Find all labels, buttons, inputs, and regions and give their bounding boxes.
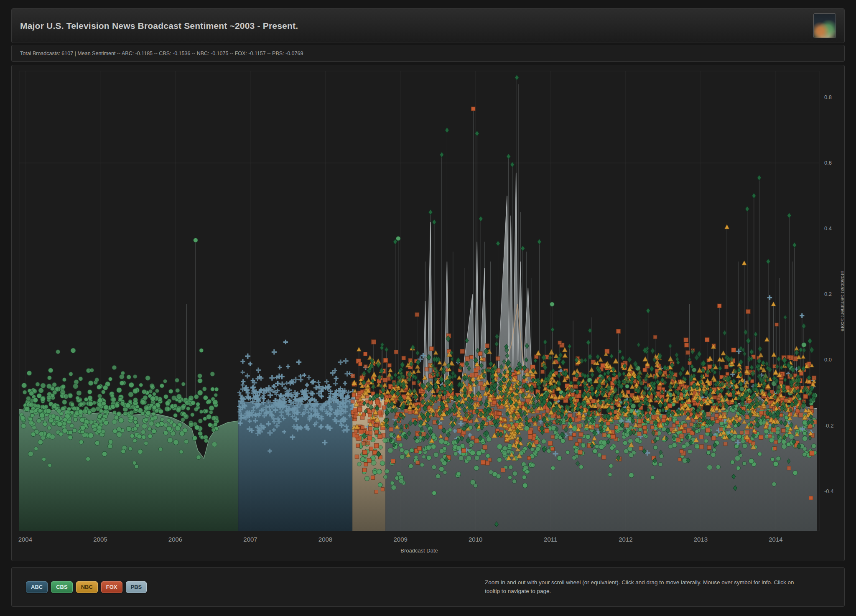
svg-text:0.4: 0.4 — [824, 225, 832, 232]
svg-text:2008: 2008 — [318, 536, 332, 543]
sentiment-scatter-chart[interactable]: 2004200520062007200820092010201120122013… — [12, 65, 844, 561]
svg-text:2014: 2014 — [769, 536, 782, 543]
svg-text:2012: 2012 — [619, 536, 632, 543]
outlier-stems — [186, 78, 810, 400]
y-axis-title: Broadcast Sentiment Score — [840, 270, 844, 331]
svg-text:2005: 2005 — [93, 536, 107, 543]
legend-button-fox[interactable]: FOX — [101, 581, 122, 593]
svg-text:0.2: 0.2 — [824, 291, 832, 297]
svg-text:-0.2: -0.2 — [824, 423, 833, 429]
legend-button-cbs[interactable]: CBS — [51, 581, 72, 593]
legend-button-pbs[interactable]: PBS — [126, 581, 147, 593]
svg-text:2013: 2013 — [694, 536, 708, 543]
svg-text:0.6: 0.6 — [824, 160, 832, 166]
svg-text:2006: 2006 — [168, 536, 182, 543]
svg-text:2009: 2009 — [394, 536, 408, 543]
stats-bar: Total Broadcasts: 6107 | Mean Sentiment … — [11, 45, 845, 62]
legend: ABC CBS NBC FOX PBS — [26, 581, 147, 593]
chart-thumbnail — [813, 13, 836, 38]
legend-button-abc[interactable]: ABC — [26, 581, 48, 593]
svg-text:0.0: 0.0 — [824, 357, 832, 363]
svg-text:2011: 2011 — [544, 536, 557, 543]
stats-summary: Total Broadcasts: 6107 | Mean Sentiment … — [20, 51, 303, 56]
chart-container: 2004200520062007200820092010201120122013… — [11, 65, 845, 561]
svg-text:0.8: 0.8 — [824, 94, 832, 100]
footer-bar: ABC CBS NBC FOX PBS Zoom in and out with… — [11, 567, 845, 607]
x-axis-title: Broadcast Date — [400, 547, 438, 554]
usage-instructions: Zoom in and out with your scroll wheel (… — [485, 578, 802, 596]
svg-text:2004: 2004 — [18, 536, 32, 543]
header-bar: Major U.S. Television News Broadcast Sen… — [11, 8, 845, 43]
svg-text:-0.4: -0.4 — [824, 488, 833, 494]
page-title: Major U.S. Television News Broadcast Sen… — [20, 21, 298, 31]
svg-text:2007: 2007 — [243, 536, 257, 543]
app-root: Major U.S. Television News Broadcast Sen… — [0, 0, 856, 616]
legend-button-nbc[interactable]: NBC — [76, 581, 98, 593]
svg-text:2010: 2010 — [469, 536, 482, 543]
